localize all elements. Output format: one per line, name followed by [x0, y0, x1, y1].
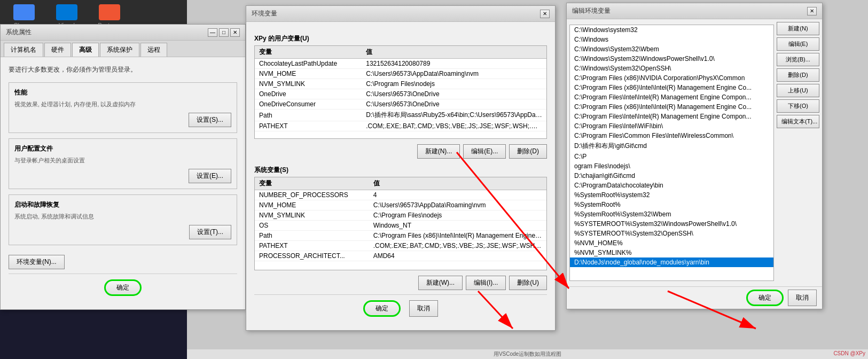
- edit-env-item[interactable]: C:\Program Files\Common Files\Intel\Wire…: [570, 131, 773, 141]
- user-vars-label: XPy 的用户变量(U): [254, 30, 547, 45]
- edit-env-item[interactable]: D:\chajian\git\Git\cmd: [570, 171, 773, 181]
- edit-env-item[interactable]: C:\Windows: [570, 35, 773, 44]
- edit-env-title: 编辑环境变量: [572, 6, 611, 15]
- sys-vars-table-container[interactable]: 变量 值 NUMBER_OF_PROCESSORS4NVM_HOMEC:\Use…: [254, 177, 547, 270]
- edit-down-button[interactable]: 下移(O): [777, 99, 819, 113]
- user-var-row[interactable]: OneDriveConsumerC:\Users\96573\OneDrive: [255, 99, 546, 110]
- edit-env-confirm-button[interactable]: 确定: [746, 290, 784, 306]
- edit-env-bottom: 确定 取消: [567, 286, 822, 309]
- sys-vars-table: 变量 值 NUMBER_OF_PROCESSORS4NVM_HOMEC:\Use…: [255, 177, 546, 261]
- edit-env-item[interactable]: ogram Files\nodejs\: [570, 161, 773, 171]
- user-var-row[interactable]: OneDriveC:\Users\96573\OneDrive: [255, 89, 546, 99]
- edit-env-item[interactable]: C:\P: [570, 152, 773, 161]
- edit-env-item[interactable]: %NVM_SYMLINK%: [570, 248, 773, 257]
- edit-env-item[interactable]: C:\Program Files\Intel\Intel(R) Manageme…: [570, 112, 773, 121]
- maximize-button[interactable]: □: [219, 28, 229, 37]
- tab-advanced[interactable]: 高级: [72, 43, 99, 57]
- user-profile-desc: 与登录帐户相关的桌面设置: [14, 157, 231, 165]
- sys-vars-label: 系统变量(S): [254, 161, 547, 177]
- sys-props-body: 要进行大多数更改，你必须作为管理员登录。 性能 视觉效果, 处理器计划, 内存使…: [1, 57, 245, 309]
- csdn-mark: CSDN @XPy: [833, 350, 865, 356]
- env-vars-body: XPy 的用户变量(U) 变量 值 ChocolateyLastPathUpda…: [246, 22, 555, 330]
- bottom-watermark: 用VSCode运制数如用流程图: [187, 349, 868, 359]
- env-vars-title: 环境变量: [252, 9, 277, 18]
- edit-env-item[interactable]: C:\Program Files (x86)\NVIDIA Corporatio…: [570, 73, 773, 83]
- env-vars-cancel-button[interactable]: 取消: [409, 300, 438, 317]
- edit-env-item[interactable]: C:\Program Files\Intel\WiFi\bin\: [570, 121, 773, 131]
- user-vars-col-name: 变量: [255, 46, 362, 59]
- sys-edit-button[interactable]: 编辑(I)...: [466, 276, 506, 290]
- performance-desc: 视觉效果, 处理器计划, 内存使用, 以及虚拟内存: [14, 100, 231, 108]
- edit-env-item[interactable]: D:\NodeJs\node_global\node_modules\yarn\…: [570, 257, 773, 267]
- startup-settings-button[interactable]: 设置(T)...: [189, 225, 231, 239]
- edit-env-item[interactable]: C:\Windows\System32\OpenSSH\: [570, 64, 773, 73]
- user-vars-table-container[interactable]: 变量 值 ChocolateyLastPathUpdate13215263412…: [254, 45, 547, 139]
- minimize-button[interactable]: —: [208, 28, 217, 37]
- env-vars-confirm-button[interactable]: 确定: [363, 300, 401, 317]
- sys-var-row[interactable]: NVM_HOMEC:\Users\96573\AppData\Roaming\n…: [255, 200, 546, 210]
- tab-system-protect[interactable]: 系统保护: [100, 43, 139, 57]
- env-vars-button[interactable]: 环境变量(N)...: [9, 255, 65, 269]
- edit-env-cancel-button[interactable]: 取消: [788, 290, 817, 306]
- user-profile-settings-button[interactable]: 设置(E)...: [189, 169, 231, 183]
- edit-env-item[interactable]: %SYSTEMROOT%\System32\OpenSSH\: [570, 229, 773, 238]
- edit-env-list[interactable]: C:\Windows\system32C:\WindowsC:\Windows\…: [569, 25, 774, 281]
- titlebar-buttons: — □ ✕: [208, 28, 240, 37]
- user-edit-button[interactable]: 编辑(E)...: [463, 144, 506, 159]
- edit-env-item[interactable]: C:\Program Files (x86)\Intel\Intel(R) Ma…: [570, 83, 773, 92]
- user-new-button[interactable]: 新建(N)...: [417, 144, 460, 159]
- close-button[interactable]: ✕: [230, 28, 240, 37]
- user-var-row[interactable]: PathD:\插件和布局\sass\Ruby25-x64\bin;C:\User…: [255, 110, 546, 121]
- edit-env-item[interactable]: C:\Program Files (x86)\Intel\Intel(R) Ma…: [570, 102, 773, 112]
- performance-title: 性能: [14, 88, 231, 97]
- tab-remote[interactable]: 远程: [140, 43, 167, 57]
- sys-vars-col-value: 值: [369, 177, 546, 190]
- edit-env-item[interactable]: %SYSTEMROOT%\System32\WindowsPowerShell\…: [570, 219, 773, 229]
- edit-new-button[interactable]: 新建(N): [777, 22, 819, 35]
- edit-env-item[interactable]: %SystemRoot%\system32: [570, 190, 773, 200]
- user-var-row[interactable]: PATHEXT.COM;.EXE;.BAT;.CMD;.VBS;.VBE;.JS…: [255, 121, 546, 131]
- env-close-button[interactable]: ✕: [540, 10, 550, 18]
- tab-computer-name[interactable]: 计算机名: [4, 43, 43, 57]
- user-profile-title: 用户配置文件: [14, 144, 231, 153]
- edit-edit-button[interactable]: 编辑(E): [777, 37, 819, 51]
- vscode-icon: [56, 4, 77, 20]
- edit-env-item[interactable]: C:\Windows\System32\WindowsPowerShell\v1…: [570, 54, 773, 64]
- sys-new-button[interactable]: 新建(W)...: [418, 276, 463, 290]
- edit-browse-button[interactable]: 浏览(B)...: [777, 53, 819, 66]
- sys-props-bottom-buttons: 确定 取消 应用(A): [9, 274, 237, 301]
- sys-delete-button[interactable]: 删除(U): [509, 276, 547, 290]
- sys-var-row[interactable]: NUMBER_OF_PROCESSORS4: [255, 190, 546, 200]
- edit-env-item[interactable]: C:\Windows\system32: [570, 25, 773, 35]
- user-var-row[interactable]: ChocolateyLastPathUpdate1321526341200807…: [255, 59, 546, 69]
- tab-hardware[interactable]: 硬件: [44, 43, 71, 57]
- startup-title: 启动和故障恢复: [14, 200, 231, 209]
- edit-env-item[interactable]: %SystemRoot%: [570, 200, 773, 209]
- edit-close-button[interactable]: ✕: [807, 7, 817, 15]
- user-var-row[interactable]: NVM_SYMLINKC:\Program Files\nodejs: [255, 79, 546, 89]
- edit-env-item[interactable]: D:\插件和布局\git\Git\cmd: [570, 141, 773, 152]
- sys-var-row[interactable]: NVM_SYMLINKC:\Program Files\nodejs: [255, 210, 546, 221]
- edit-env-item[interactable]: C:\Windows\System32\Wbem: [570, 44, 773, 54]
- user-var-row[interactable]: NVM_HOMEC:\Users\96573\AppData\Roaming\n…: [255, 69, 546, 79]
- sys-var-row[interactable]: OSWindows_NT: [255, 221, 546, 231]
- sys-var-row[interactable]: PROCESSOR_ARCHITECT...AMD64: [255, 251, 546, 261]
- edit-env-item[interactable]: C:\ProgramData\chocolatey\bin: [570, 181, 773, 190]
- user-vars-col-value: 值: [362, 46, 546, 59]
- edit-text-button[interactable]: 编辑文本(T)...: [777, 115, 819, 128]
- edit-env-body: C:\Windows\system32C:\WindowsC:\Windows\…: [567, 19, 822, 286]
- edit-env-item[interactable]: %NVM_HOME%: [570, 238, 773, 248]
- edit-env-item[interactable]: C:\Program Files\Intel\Intel(R) Manageme…: [570, 92, 773, 102]
- sys-var-row[interactable]: PATHEXT.COM;.EXE;.BAT;.CMD;.VBS;.VBE;.JS…: [255, 241, 546, 251]
- startup-section: 启动和故障恢复 系统启动, 系统故障和调试信息 设置(T)...: [9, 194, 237, 245]
- env-vars-window: 环境变量 ✕ XPy 的用户变量(U) 变量 值 ChocolateyLastP…: [246, 5, 556, 331]
- env-vars-bottom-buttons: 确定 取消: [254, 294, 547, 322]
- edit-up-button[interactable]: 上移(U): [777, 84, 819, 97]
- performance-settings-button[interactable]: 设置(S)...: [189, 113, 231, 127]
- env-titlebar-buttons: ✕: [540, 10, 550, 18]
- sys-var-row[interactable]: PathC:\Program Files (x86)\Intel\Intel(R…: [255, 231, 546, 241]
- sys-props-confirm-button[interactable]: 确定: [104, 279, 142, 296]
- edit-delete-button[interactable]: 删除(D): [777, 68, 819, 82]
- user-delete-button[interactable]: 删除(D): [509, 144, 547, 159]
- edit-env-item[interactable]: %SystemRoot%\System32\Wbem: [570, 209, 773, 219]
